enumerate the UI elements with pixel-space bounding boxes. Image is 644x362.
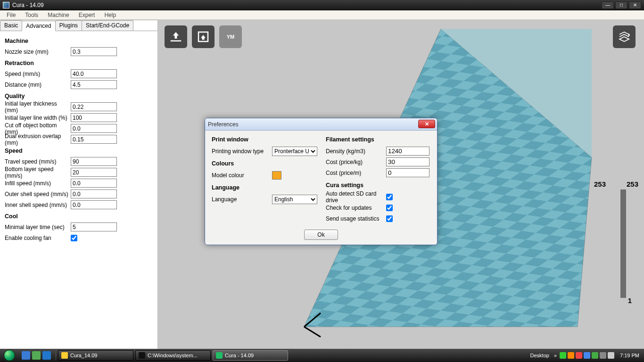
travel-speed-label: Travel speed (mm/s)	[5, 158, 71, 165]
tab-gcode[interactable]: Start/End-GCode	[82, 20, 133, 31]
layer-top-a: 253	[594, 180, 606, 188]
printing-window-type-select[interactable]: Pronterface UI	[272, 147, 317, 156]
tray-icon[interactable]	[568, 352, 574, 359]
tray-icon[interactable]	[584, 352, 590, 359]
minimize-button[interactable]: —	[602, 1, 614, 9]
python-icon	[216, 352, 223, 359]
folder-icon	[61, 352, 68, 359]
retraction-distance-label: Distance (mm)	[5, 82, 71, 88]
menu-file[interactable]: File	[2, 11, 20, 19]
ok-button[interactable]: Ok	[304, 230, 338, 240]
taskbar-separator	[56, 351, 56, 360]
dual-extrusion-overlap-input[interactable]	[71, 135, 117, 144]
bottom-layer-speed-input[interactable]	[71, 168, 117, 177]
section-quality: Quality	[5, 93, 153, 99]
chevron-icon[interactable]: »	[554, 353, 557, 358]
section-speed: Speed	[5, 148, 153, 154]
auto-detect-sd-label: Auto detect SD card drive	[326, 190, 386, 204]
tab-body-advanced: Machine Nozzle size (mm) Retraction Spee…	[0, 31, 157, 247]
desktop-toolbar-label[interactable]: Desktop	[530, 353, 549, 358]
minimal-layer-time-label: Minimal layer time (sec)	[5, 224, 71, 230]
model-colour-label: Model colour	[212, 172, 272, 179]
minimal-layer-time-input[interactable]	[71, 222, 117, 231]
menu-help[interactable]: Help	[99, 11, 121, 19]
quick-launch	[22, 351, 51, 360]
ym-label: YM	[227, 34, 235, 40]
tray-icon[interactable]	[600, 352, 606, 359]
settings-tabs: Basic Advanced Plugins Start/End-GCode	[0, 20, 157, 31]
menu-expert[interactable]: Expert	[74, 11, 100, 19]
initial-layer-thickness-input[interactable]	[71, 102, 117, 111]
dialog-close-button[interactable]: ✕	[418, 120, 435, 128]
settings-panel: Basic Advanced Plugins Start/End-GCode M…	[0, 20, 158, 349]
infill-speed-input[interactable]	[71, 179, 117, 188]
maximize-button[interactable]: □	[615, 1, 627, 9]
cost-kg-input[interactable]	[386, 157, 429, 166]
travel-speed-input[interactable]	[71, 157, 117, 166]
preferences-dialog: Preferences ✕ Print window Printing wind…	[205, 118, 438, 245]
tab-plugins[interactable]: Plugins	[55, 20, 82, 31]
start-button[interactable]	[0, 349, 19, 362]
tray-icon[interactable]	[560, 352, 566, 359]
cooling-fan-checkbox[interactable]	[71, 235, 77, 241]
auto-detect-sd-checkbox[interactable]	[386, 194, 393, 200]
density-label: Density (kg/m3)	[326, 148, 386, 155]
check-for-updates-checkbox[interactable]	[386, 205, 393, 211]
nozzle-size-input[interactable]	[71, 47, 117, 56]
menu-tools[interactable]: Tools	[20, 11, 43, 19]
window-titlebar: Cura - 14.09 — □ ✕	[0, 0, 644, 10]
cost-m-input[interactable]	[386, 168, 429, 177]
inner-shell-speed-input[interactable]	[71, 200, 117, 209]
taskbar-task[interactable]: C:\Windows\system...	[135, 350, 211, 361]
menu-bar: File Tools Machine Expert Help	[0, 10, 644, 20]
printing-window-type-label: Printing window type	[212, 148, 272, 155]
taskbar: Cura_14.09 C:\Windows\system... Cura - 1…	[0, 349, 644, 362]
layer-slider-track[interactable]	[620, 189, 626, 298]
initial-layer-width-input[interactable]	[71, 113, 117, 122]
language-select[interactable]: English	[272, 195, 317, 204]
bottom-layer-speed-label: Bottom layer speed (mm/s)	[5, 166, 71, 179]
taskbar-task[interactable]: Cura - 14.09	[213, 350, 288, 361]
retraction-speed-input[interactable]	[71, 69, 117, 78]
quick-launch-icon[interactable]	[22, 351, 30, 360]
density-input[interactable]	[386, 147, 429, 156]
infill-speed-label: Infill speed (mm/s)	[5, 180, 71, 187]
tray-icon[interactable]	[576, 352, 582, 359]
retraction-distance-input[interactable]	[71, 80, 117, 89]
model-colour-swatch[interactable]	[272, 171, 281, 180]
outer-shell-speed-input[interactable]	[71, 189, 117, 198]
svg-line-7	[304, 327, 321, 337]
tab-basic[interactable]: Basic	[0, 20, 22, 31]
volume-icon[interactable]	[608, 352, 614, 359]
menu-machine[interactable]: Machine	[43, 11, 74, 19]
tray-icons	[560, 352, 614, 359]
filament-settings-heading: Filament settings	[326, 136, 430, 143]
quick-launch-icon[interactable]	[42, 351, 51, 360]
send-usage-stats-checkbox[interactable]	[386, 215, 393, 222]
taskbar-tasks: Cura_14.09 C:\Windows\system... Cura - 1…	[58, 350, 288, 361]
dual-extrusion-overlap-label: Dual extrusion overlap (mm)	[5, 133, 71, 146]
view-mode-button[interactable]	[613, 25, 636, 48]
outer-shell-speed-label: Outer shell speed (mm/s)	[5, 191, 71, 197]
dialog-right-column: Filament settings Density (kg/m3) Cost (…	[326, 135, 430, 224]
quick-launch-icon[interactable]	[32, 351, 41, 360]
layer-bottom: 1	[628, 296, 632, 304]
initial-layer-width-label: Initial layer line width (%)	[5, 115, 71, 121]
layer-top-b: 253	[627, 180, 638, 188]
dialog-titlebar[interactable]: Preferences ✕	[205, 118, 437, 131]
tray-icon[interactable]	[592, 352, 598, 359]
load-model-button[interactable]	[165, 25, 187, 48]
tab-advanced[interactable]: Advanced	[22, 21, 55, 31]
layer-slider[interactable]: 253 253 1	[608, 182, 636, 304]
inner-shell-speed-label: Inner shell speed (mm/s)	[5, 202, 71, 208]
taskbar-task[interactable]: Cura_14.09	[58, 350, 133, 361]
ym-button[interactable]: YM	[219, 25, 242, 48]
taskbar-clock[interactable]: 7:19 PM	[620, 353, 639, 358]
cura-settings-heading: Cura settings	[326, 182, 430, 189]
close-button[interactable]: ✕	[629, 1, 641, 9]
section-cool: Cool	[5, 213, 153, 220]
cut-off-bottom-input[interactable]	[71, 124, 117, 133]
prepare-button[interactable]	[192, 25, 215, 48]
dialog-title: Preferences	[208, 121, 239, 128]
task-label: Cura_14.09	[70, 353, 98, 358]
